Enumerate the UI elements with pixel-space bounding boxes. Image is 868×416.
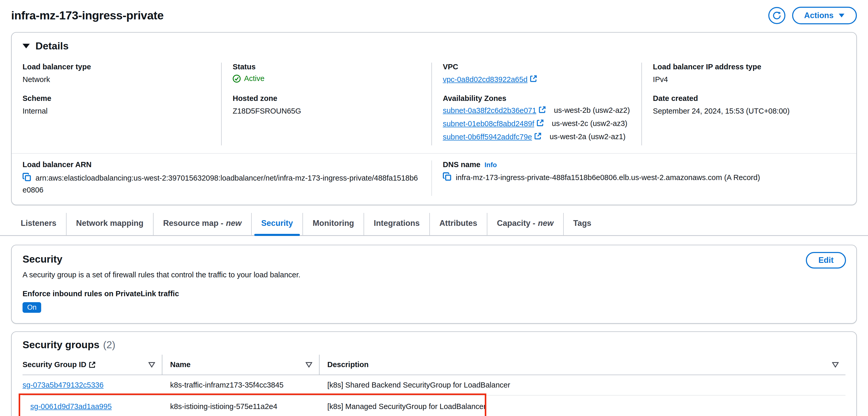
tab-integrations[interactable]: Integrations (364, 213, 429, 235)
page-title: infra-mz-173-ingress-private (11, 9, 164, 22)
security-title: Security (23, 253, 845, 265)
new-badge: new (538, 219, 553, 228)
check-circle-icon (232, 74, 241, 83)
security-groups-count: (2) (103, 339, 116, 351)
details-column-4: Load balancer IP address type IPv4 Date … (642, 63, 856, 145)
subnet-link[interactable]: subnet-0a38f2c6d2b36e071 (443, 106, 536, 115)
field-label: Status (232, 63, 421, 71)
field-load-balancer-type: Load balancer type Network (23, 63, 211, 94)
field-label: Load balancer ARN (23, 161, 421, 169)
security-group-name: k8s-traffic-inframz173-35f4cc3845 (162, 375, 319, 395)
external-link-icon (89, 361, 96, 369)
column-header-name[interactable]: Name (162, 355, 319, 375)
sort-icon[interactable] (832, 362, 839, 368)
security-group-name: k8s-istioing-istioing-575e11a2e4 (162, 395, 319, 416)
tab-bar: Listeners Network mapping Resource map -… (0, 213, 868, 236)
field-label: Availability Zones (443, 94, 631, 103)
field-label: Load balancer type (23, 63, 211, 71)
refresh-icon (772, 11, 781, 20)
column-header-description[interactable]: Description (319, 355, 845, 375)
tab-tags[interactable]: Tags (563, 213, 601, 235)
privatelink-label: Enforce inbound rules on PrivateLink tra… (23, 289, 845, 298)
copy-icon[interactable] (443, 172, 452, 181)
tab-network-mapping[interactable]: Network mapping (66, 213, 153, 235)
dns-value: infra-mz-173-ingress-private-488fa1518b6… (443, 172, 846, 183)
field-value: Network (23, 74, 211, 84)
sort-icon[interactable] (306, 362, 312, 368)
sort-icon[interactable] (148, 362, 155, 368)
subnet-link[interactable]: subnet-0b6ff5942addfc79e (443, 133, 532, 141)
copy-icon[interactable] (23, 173, 31, 182)
security-groups-title: Security groups (23, 339, 99, 351)
field-label: Load balancer IP address type (653, 63, 846, 71)
subnet-link[interactable]: subnet-01eb08cf8abd2489f (443, 119, 534, 128)
security-groups-header: Security groups (2) (12, 339, 856, 351)
tab-listeners[interactable]: Listeners (11, 213, 66, 235)
field-dns-name: DNS name Info infra-mz-173-ingress-priva… (432, 161, 856, 196)
field-date-created: Date created September 24, 2024, 15:53 (… (653, 94, 846, 116)
security-description: A security group is a set of firewall ru… (23, 271, 845, 279)
table-row: sg-073a5b479132c5336 k8s-traffic-inframz… (23, 375, 845, 395)
security-groups-panel: Security groups (2) Security Group ID Na… (11, 332, 857, 416)
field-value: September 24, 2024, 15:53 (UTC+08:00) (653, 106, 846, 116)
field-label: Scheme (23, 94, 211, 103)
field-value: Z18D5FSROUN65G (232, 106, 421, 116)
vpc-link[interactable]: vpc-0a8d02cd83922a65d (443, 75, 527, 83)
external-link-icon (538, 106, 546, 113)
field-label: VPC (443, 63, 631, 71)
security-group-description: [k8s] Managed SecurityGroup for LoadBala… (319, 395, 845, 416)
privatelink-status-badge: On (23, 302, 41, 313)
new-badge: new (226, 219, 242, 228)
status-value: Active (232, 74, 421, 83)
header-actions: Actions (768, 7, 857, 24)
az-zone-label: us-west-2a (usw2-az1) (550, 133, 625, 141)
tab-security[interactable]: Security (251, 213, 303, 235)
details-grid: Load balancer type Network Scheme Intern… (12, 54, 856, 153)
details-expander[interactable]: Details (12, 33, 856, 54)
tab-resource-map[interactable]: Resource map -new (153, 213, 251, 235)
field-vpc: VPC vpc-0a8d02cd83922a65d (443, 63, 631, 94)
page-header: infra-mz-173-ingress-private Actions (11, 7, 857, 24)
security-group-link[interactable]: sg-073a5b479132c5336 (23, 381, 103, 389)
external-link-icon (536, 119, 544, 127)
details-bottom-row: Load balancer ARN arn:aws:elasticloadbal… (12, 154, 856, 205)
arn-text: arn:aws:elasticloadbalancing:us-west-2:3… (23, 174, 418, 194)
security-group-link[interactable]: sg-0061d9d73ad1aa995 (30, 402, 112, 411)
dns-text: infra-mz-173-ingress-private-488fa1518b6… (456, 173, 760, 182)
external-link-icon (530, 75, 537, 82)
arn-value: arn:aws:elasticloadbalancing:us-west-2:3… (23, 172, 421, 196)
field-hosted-zone: Hosted zone Z18D5FSROUN65G (232, 94, 421, 116)
details-title: Details (35, 40, 69, 52)
field-status: Status Active (232, 63, 421, 94)
table-row: sg-0061d9d73ad1aa995 k8s-istioing-istioi… (23, 395, 845, 416)
collapse-caret-icon (23, 44, 30, 48)
az-row: subnet-01eb08cf8abd2489f us-west-2c (usw… (443, 119, 631, 128)
column-header-security-group-id[interactable]: Security Group ID (23, 355, 162, 375)
tab-monitoring[interactable]: Monitoring (303, 213, 364, 235)
field-label: DNS name (443, 161, 480, 169)
tab-capacity[interactable]: Capacity -new (487, 213, 563, 235)
details-column-1: Load balancer type Network Scheme Intern… (12, 63, 222, 145)
az-row: subnet-0a38f2c6d2b36e071 us-west-2b (usw… (443, 106, 631, 115)
status-text: Active (244, 74, 265, 83)
field-scheme: Scheme Internal (23, 94, 211, 116)
details-column-2: Status Active Hosted zone Z18D5FSROUN65G (222, 63, 432, 145)
tab-attributes[interactable]: Attributes (429, 213, 487, 235)
az-zone-label: us-west-2b (usw2-az2) (554, 106, 630, 115)
az-row: subnet-0b6ff5942addfc79e us-west-2a (usw… (443, 132, 631, 141)
details-column-3: VPC vpc-0a8d02cd83922a65d Availability Z… (432, 63, 642, 145)
az-zone-label: us-west-2c (usw2-az3) (552, 119, 627, 128)
field-availability-zones: Availability Zones subnet-0a38f2c6d2b36e… (443, 94, 631, 141)
edit-button[interactable]: Edit (806, 252, 846, 269)
security-groups-table: Security Group ID Name Description sg-07… (12, 355, 856, 416)
refresh-button[interactable] (768, 7, 785, 24)
actions-button[interactable]: Actions (792, 7, 857, 24)
table-header-row: Security Group ID Name Description (23, 355, 845, 375)
actions-button-label: Actions (804, 11, 834, 20)
dns-info-link[interactable]: Info (485, 161, 497, 169)
field-label: Hosted zone (232, 94, 421, 103)
external-link-icon (534, 132, 542, 140)
field-value: Internal (23, 106, 211, 116)
field-ip-address-type: Load balancer IP address type IPv4 (653, 63, 846, 94)
field-load-balancer-arn: Load balancer ARN arn:aws:elasticloadbal… (12, 161, 432, 196)
